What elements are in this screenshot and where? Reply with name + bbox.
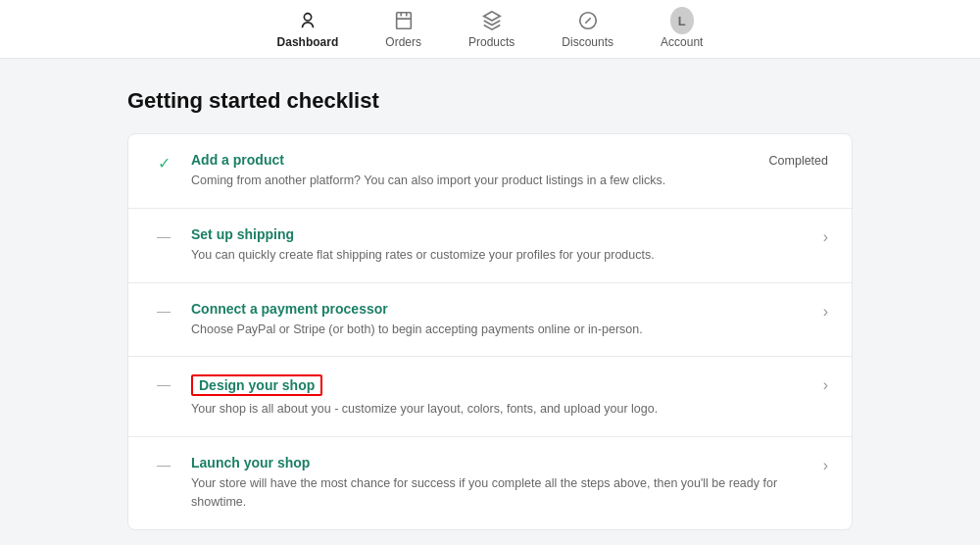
chevron-right-icon: › [823,303,828,321]
dash-icon: — [152,457,175,472]
nav-item-discounts[interactable]: Discounts [558,1,617,57]
nav-items-container: Dashboard Orders Products [273,1,708,57]
checklist-item-launch-shop[interactable]: — Launch your shop Your store will have … [128,437,852,529]
item-right: › [823,457,828,474]
nav-item-dashboard[interactable]: Dashboard [273,1,343,57]
item-right: › [823,228,828,246]
page-title: Getting started checklist [127,88,853,114]
item-content: Set up shipping You can quickly create f… [191,226,808,265]
checklist-item-add-product[interactable]: ✓ Add a product Coming from another plat… [128,134,852,209]
svg-point-0 [304,14,311,21]
chevron-right-icon: › [823,457,828,474]
account-avatar: L [670,7,694,34]
item-title: Add a product [191,152,754,168]
chevron-right-icon: › [823,228,828,246]
item-desc: You can quickly create flat shipping rat… [191,246,808,265]
products-icon [480,9,504,32]
orders-icon [392,9,416,32]
completed-label: Completed [769,154,828,168]
dash-icon: — [152,228,175,244]
nav-item-account[interactable]: L Account [657,1,707,57]
item-content: Add a product Coming from another platfo… [191,152,754,190]
check-icon: ✓ [152,154,175,173]
nav-item-products[interactable]: Products [465,1,518,57]
dashboard-icon [296,9,319,32]
item-title: Set up shipping [191,226,808,242]
item-title-highlighted: Design your shop [191,374,322,396]
item-right: Completed [769,154,828,168]
discounts-icon [576,9,600,32]
item-desc: Coming from another platform? You can al… [191,172,754,190]
item-content: Launch your shop Your store will have th… [191,455,808,512]
top-navigation: Dashboard Orders Products [0,0,980,59]
item-content: Design your shop Your shop is all about … [191,374,808,419]
svg-line-3 [585,18,591,24]
item-title: Launch your shop [191,455,808,471]
item-desc: Your store will have the most chance for… [191,474,808,512]
checklist-item-design-shop[interactable]: — Design your shop Your shop is all abou… [128,357,852,437]
svg-rect-1 [396,13,411,29]
chevron-right-icon: › [823,376,828,394]
item-title: Connect a payment processor [191,301,808,317]
item-desc: Choose PayPal or Stripe (or both) to beg… [191,321,808,339]
item-right: › [823,303,828,321]
checklist-item-connect-payment[interactable]: — Connect a payment processor Choose Pay… [128,283,852,358]
nav-item-orders[interactable]: Orders [381,1,425,57]
item-content: Connect a payment processor Choose PayPa… [191,301,808,339]
dash-icon: — [152,303,175,319]
item-desc: Your shop is all about you - customize y… [191,400,808,419]
account-icon: L [670,9,694,32]
item-right: › [823,376,828,394]
checklist-item-set-up-shipping[interactable]: — Set up shipping You can quickly create… [128,209,852,283]
dash-icon: — [152,376,175,392]
main-content: Getting started checklist ✓ Add a produc… [108,59,872,545]
checklist-card: ✓ Add a product Coming from another plat… [127,133,853,530]
